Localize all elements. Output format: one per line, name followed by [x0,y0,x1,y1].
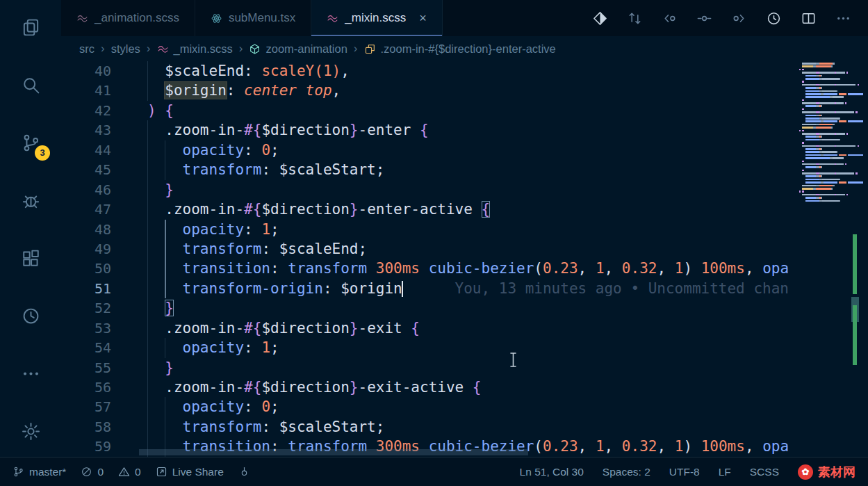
activity-item-search[interactable] [14,70,47,102]
tab-label: _mixin.scss [345,11,406,25]
code-token: { [420,122,429,138]
code-line-58[interactable]: transform: $scaleStart; [139,417,801,437]
minimap-token [799,181,805,184]
minimap-token [805,105,816,107]
code-token [411,122,420,138]
code-line-49[interactable]: transform: $scaleEnd; [139,239,801,259]
code-token: : [261,419,279,435]
breadcrumb-separator: › [239,42,243,56]
code-line-44[interactable]: opacity: 0; [139,140,801,160]
minimap-token [821,148,822,150]
code-line-45[interactable]: transform: $scaleStart; [139,160,801,179]
editor[interactable]: 4041424344454647484950515253545556575859… [61,61,868,457]
code-token [147,181,165,198]
tab-_animation.scss[interactable]: _animation.scss [61,0,195,36]
code-token: : [261,161,279,178]
code-line-41[interactable]: $origin: center top, [139,81,801,100]
status-branch[interactable]: master* [13,466,66,478]
tab-subMenu.tsx[interactable]: subMenu.tsx [195,0,311,36]
code-line-56[interactable]: .zoom-in-#{$direction}-exit-active { [139,378,801,397]
code-token [420,260,429,277]
minimap-token [802,194,816,196]
activity-item-extensions[interactable] [14,243,47,275]
code-line-50[interactable]: transition: transform 300ms cubic-bezier… [139,259,801,278]
activity-item-timeline[interactable] [14,300,47,332]
split-editor-icon[interactable] [801,10,817,26]
previous-change-icon [662,10,678,26]
minimap-line [799,181,863,184]
minimap-token [816,65,831,67]
minimap[interactable] [799,63,863,203]
activity-bar: 3 [0,0,61,457]
status-broadcast[interactable] [238,466,250,478]
minimap-line [799,84,863,86]
code-token: } [165,300,174,316]
minimap-token [848,93,863,95]
code-token: -exit [358,320,402,337]
activity-item-manage[interactable] [14,415,47,447]
code-token: transform-origin [183,280,323,297]
minimap-token [831,188,833,190]
indent-guide [147,120,148,140]
line-number: 47 [61,200,111,219]
debug-icon [21,191,41,211]
code-line-55[interactable]: } [139,358,801,378]
minimap-line [799,145,863,147]
code-line-43[interactable]: .zoom-in-#{$direction}-enter { [139,120,801,140]
status-live-share[interactable]: Live Share [156,466,224,478]
minimap-token [802,63,816,65]
code-line-40[interactable]: $scaleEnd: scaleY(1), [139,61,801,81]
tab-_mixin.scss[interactable]: _mixin.scss× [311,0,442,36]
code-area[interactable]: $scaleEnd: scaleY(1), $origin: center to… [139,61,801,457]
activity-item-explorer[interactable] [14,12,47,44]
code-line-52[interactable]: } [139,298,801,318]
breadcrumb-item-5[interactable]: .zoom-in-#{$direction}-enter-active [364,42,556,56]
code-token: : [244,142,261,159]
compare-changes-icon [627,10,643,26]
minimap-line [799,179,863,181]
code-line-46[interactable]: } [139,180,801,200]
next-change-icon[interactable] [731,10,747,26]
status-encoding[interactable]: UTF-8 [669,466,700,478]
code-line-53[interactable]: .zoom-in-#{$direction}-exit { [139,318,801,338]
blame-annotations-icon[interactable] [696,10,712,26]
code-line-48[interactable]: opacity: 1; [139,220,801,239]
minimap-token [821,175,822,177]
git-branch-icon [13,466,24,478]
status-indentation[interactable]: Spaces: 2 [603,466,650,478]
code-token: } [165,181,174,198]
breadcrumb-item-3[interactable]: _mixin.scss [157,42,233,56]
status-language-mode[interactable]: SCSS [750,466,779,478]
breadcrumb-item-2[interactable]: styles [111,42,140,56]
breadcrumb-item-4[interactable]: zoom-animation [249,42,347,56]
status-cursor-position[interactable]: Ln 51, Col 30 [520,466,584,478]
previous-change-icon[interactable] [662,10,678,26]
code-line-42[interactable]: ) { [139,101,801,120]
code-line-57[interactable]: opacity: 0; [139,397,801,416]
code-token: #{ [244,201,261,218]
status-eol[interactable]: LF [719,466,731,478]
status-errors[interactable]: 0 [81,466,104,478]
file-history-icon[interactable] [766,10,782,26]
tab-close-icon[interactable]: × [419,12,427,24]
line-number: 48 [61,220,111,239]
code-line-54[interactable]: opacity: 1; [139,338,801,357]
code-line-51[interactable]: transform-origin: $origin You, 13 minute… [139,279,801,298]
more-actions-icon[interactable] [835,10,851,26]
status-errors-label: 0 [97,466,104,478]
minimap-line [799,90,863,92]
activity-item-run-and-debug[interactable] [14,185,47,217]
horizontal-scrollbar[interactable] [139,449,528,455]
status-warnings[interactable]: 0 [118,466,141,478]
code-line-47[interactable]: .zoom-in-#{$direction}-enter-active { [139,200,801,219]
breadcrumb-item-1[interactable]: src [79,42,95,56]
minimap-line [799,63,863,65]
activity-item-additional-views[interactable] [14,357,47,389]
minimap-token [802,124,816,126]
status-watermark: ✿素材网 [798,464,855,480]
compare-changes-icon[interactable] [627,10,643,26]
activity-item-source-control[interactable]: 3 [14,127,47,159]
code-token: $direction [261,201,349,218]
minimap-token [839,78,840,80]
open-changes-icon[interactable] [592,10,608,26]
